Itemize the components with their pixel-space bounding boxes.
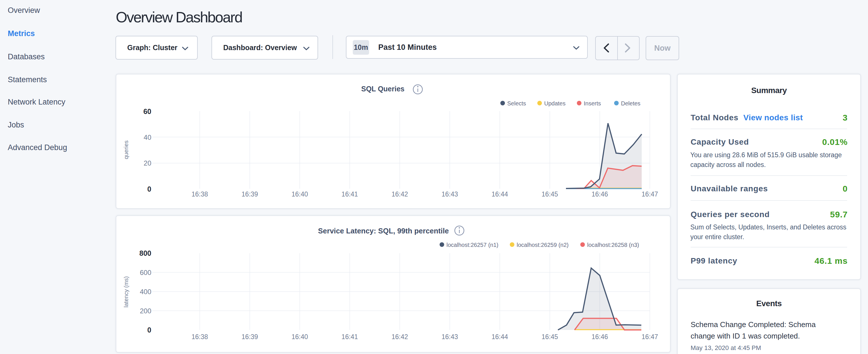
svg-text:16:38: 16:38 [191, 333, 208, 341]
svg-text:16:43: 16:43 [442, 190, 458, 198]
svg-text:16:38: 16:38 [191, 190, 208, 198]
svg-text:Deletes: Deletes [621, 100, 641, 106]
svg-text:Service Latency: SQL, 99th per: Service Latency: SQL, 99th percentile [318, 227, 449, 235]
svg-text:Updates: Updates [544, 100, 566, 106]
svg-text:0: 0 [147, 185, 151, 193]
svg-text:200: 200 [140, 307, 151, 315]
svg-text:localhost:26258 (n3): localhost:26258 (n3) [587, 242, 639, 248]
svg-text:16:42: 16:42 [392, 333, 408, 341]
svg-text:localhost:26259 (n2): localhost:26259 (n2) [517, 242, 568, 248]
svg-text:Inserts: Inserts [584, 100, 601, 106]
svg-text:20: 20 [144, 159, 151, 167]
svg-text:16:47: 16:47 [642, 333, 658, 341]
svg-text:latency (ms): latency (ms) [123, 277, 129, 308]
svg-text:queries: queries [123, 140, 129, 159]
svg-text:40: 40 [144, 133, 151, 141]
svg-text:600: 600 [140, 269, 151, 277]
svg-text:16:43: 16:43 [442, 333, 458, 341]
svg-text:16:44: 16:44 [492, 333, 508, 341]
svg-text:16:39: 16:39 [242, 333, 258, 341]
svg-text:16:46: 16:46 [591, 190, 608, 198]
svg-text:800: 800 [139, 249, 151, 257]
svg-text:16:39: 16:39 [242, 190, 258, 198]
svg-text:16:40: 16:40 [291, 333, 308, 341]
svg-text:16:47: 16:47 [642, 190, 658, 198]
svg-text:16:40: 16:40 [291, 190, 308, 198]
svg-text:SQL Queries: SQL Queries [361, 85, 405, 93]
svg-text:16:46: 16:46 [591, 333, 608, 341]
svg-text:16:42: 16:42 [392, 190, 408, 198]
svg-text:16:41: 16:41 [342, 333, 358, 341]
svg-text:16:44: 16:44 [492, 190, 508, 198]
svg-text:Selects: Selects [507, 100, 526, 106]
svg-text:16:45: 16:45 [541, 333, 558, 341]
svg-text:400: 400 [140, 288, 151, 296]
svg-text:16:41: 16:41 [342, 190, 358, 198]
svg-text:16:45: 16:45 [541, 190, 558, 198]
svg-text:60: 60 [143, 107, 151, 116]
svg-text:0: 0 [147, 326, 151, 334]
svg-text:localhost:26257 (n1): localhost:26257 (n1) [446, 242, 498, 248]
